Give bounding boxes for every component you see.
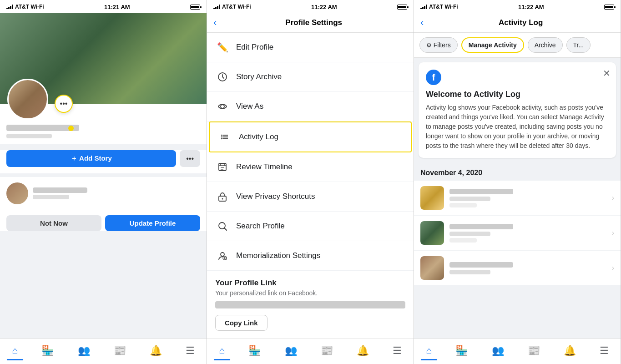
activity-thumbnail-1 (420, 186, 444, 210)
nav-shop-3[interactable]: 🏪 (455, 345, 468, 357)
activity-log-label: Activity Log (239, 132, 278, 142)
welcome-card: f ✕ Welcome to Activity Log Activity log… (419, 62, 616, 158)
activity-thumbnail-3 (420, 256, 444, 280)
activity-item-1[interactable]: › (414, 181, 621, 216)
friend-avatar (6, 182, 28, 204)
nav-home-3[interactable]: ⌂ (426, 345, 432, 357)
battery-icon-2 (397, 5, 407, 10)
more-button[interactable]: ••• (180, 150, 200, 167)
activity-log-tabs: ⚙ Filters Manage Activity Archive Tr... (414, 33, 621, 58)
memorialization-icon (215, 248, 230, 263)
section-divider-1 (0, 173, 207, 177)
activity-log-icon (218, 130, 232, 144)
tab-trash[interactable]: Tr... (566, 37, 591, 53)
copy-link-button[interactable]: Copy Link (215, 315, 268, 331)
nav-news-1[interactable]: 📰 (114, 345, 126, 357)
avatar (7, 79, 48, 120)
activity-item-3[interactable]: › (414, 251, 621, 286)
friend-suggestion (0, 177, 207, 210)
activity-item-2[interactable]: › (414, 216, 621, 251)
activity-text-blur-xs-2 (449, 238, 477, 243)
menu-view-privacy[interactable]: View Privacy Shortcuts (207, 182, 414, 212)
nav-news-2[interactable]: 📰 (321, 345, 333, 357)
activity-text-3 (449, 262, 606, 274)
menu-view-as[interactable]: View As (207, 92, 414, 121)
activity-text-blur-lg-2 (449, 224, 513, 229)
activity-text-1 (449, 189, 606, 207)
nav-friends-1[interactable]: 👥 (78, 345, 90, 357)
status-bar-1: AT&T Wi-Fi 11:21 AM (0, 0, 207, 13)
svg-point-1 (221, 105, 224, 108)
menu-activity-log[interactable]: Activity Log (209, 121, 412, 152)
date-header: November 4, 2020 (414, 162, 621, 181)
activity-arrow-2: › (612, 229, 614, 237)
profile-link-subtitle: Your personalized link on Facebook. (215, 289, 405, 297)
battery-area-3 (604, 5, 614, 10)
nav-friends-3[interactable]: 👥 (492, 345, 504, 357)
view-as-icon (215, 99, 230, 114)
status-bar-3: AT&T Wi-Fi 11:22 AM (414, 0, 621, 13)
signal-icon-1 (6, 5, 13, 9)
nav-menu-2[interactable]: ☰ (393, 345, 402, 357)
activity-text-blur-lg-3 (449, 262, 513, 268)
close-button[interactable]: ✕ (603, 68, 611, 79)
status-bar-2: AT&T Wi-Fi 11:22 AM (207, 0, 414, 13)
nav-news-3[interactable]: 📰 (528, 345, 540, 357)
nav-bell-2[interactable]: 🔔 (357, 345, 369, 357)
activity-log-content: f ✕ Welcome to Activity Log Activity log… (414, 58, 621, 339)
carrier-2: AT&T Wi-Fi (213, 4, 251, 10)
nav-home-2[interactable]: ⌂ (219, 345, 225, 357)
facebook-logo: f (426, 70, 441, 85)
battery-icon-1 (190, 5, 200, 10)
tab-archive[interactable]: Archive (528, 37, 563, 53)
not-now-button[interactable]: Not Now (6, 215, 101, 231)
menu-story-archive[interactable]: Story Archive (207, 62, 414, 92)
friend-name-blur (33, 187, 87, 193)
svg-point-7 (221, 138, 222, 139)
profile-cta-buttons: Not Now Update Profile (0, 210, 207, 231)
nav-home-1[interactable]: ⌂ (12, 345, 18, 357)
battery-area-1 (190, 5, 200, 10)
profile-link-section: Your Profile Link Your personalized link… (207, 271, 414, 338)
welcome-title: Welcome to Activity Log (426, 90, 609, 99)
menu-search-profile[interactable]: Search Profile (207, 212, 414, 241)
nav-bell-3[interactable]: 🔔 (564, 345, 576, 357)
view-privacy-label: View Privacy Shortcuts (236, 192, 315, 201)
menu-memorialization[interactable]: Memorialization Settings (207, 241, 414, 271)
update-profile-button[interactable]: Update Profile (105, 215, 200, 231)
view-as-label: View As (236, 102, 263, 111)
settings-menu: ✏️ Edit Profile Story Archive View As (207, 33, 414, 339)
time-2: 11:22 AM (311, 4, 337, 10)
menu-edit-profile[interactable]: ✏️ Edit Profile (207, 33, 414, 62)
menu-review-timeline[interactable]: Review Timeline (207, 152, 414, 182)
panel-2-settings: AT&T Wi-Fi 11:22 AM ‹ Profile Settings ✏… (207, 0, 414, 364)
panel-1-profile: AT&T Wi-Fi 11:21 AM ••• ＋ Add Story ••• (0, 0, 207, 364)
activity-arrow-3: › (612, 264, 614, 272)
friend-text (33, 187, 200, 199)
back-button-3[interactable]: ‹ (420, 17, 424, 29)
bottom-nav-3: ⌂ 🏪 👥 📰 🔔 ☰ (414, 339, 621, 364)
nav-bell-1[interactable]: 🔔 (150, 345, 162, 357)
add-story-button[interactable]: ＋ Add Story (6, 150, 176, 167)
activity-text-blur-lg-1 (449, 189, 513, 194)
welcome-body: Activity log shows your Facebook activit… (426, 103, 609, 151)
svg-point-6 (221, 136, 222, 137)
nav-header-2: ‹ Profile Settings (207, 13, 414, 33)
yellow-indicator (68, 126, 74, 131)
carrier-3: AT&T Wi-Fi (420, 4, 458, 10)
nav-friends-2[interactable]: 👥 (285, 345, 297, 357)
activity-text-blur-sm-3 (449, 270, 490, 274)
more-options-button[interactable]: ••• (55, 95, 73, 113)
nav-menu-3[interactable]: ☰ (600, 345, 609, 357)
nav-shop-2[interactable]: 🏪 (248, 345, 261, 357)
edit-profile-label: Edit Profile (236, 43, 273, 52)
back-button-2[interactable]: ‹ (213, 17, 217, 29)
tab-manage-activity[interactable]: Manage Activity (461, 37, 524, 53)
tab-filters[interactable]: ⚙ Filters (419, 37, 458, 53)
view-privacy-icon (215, 189, 230, 204)
nav-shop-1[interactable]: 🏪 (41, 345, 54, 357)
nav-menu-1[interactable]: ☰ (186, 345, 195, 357)
review-timeline-icon (215, 160, 230, 174)
battery-icon-3 (604, 5, 614, 10)
activity-text-2 (449, 224, 606, 243)
